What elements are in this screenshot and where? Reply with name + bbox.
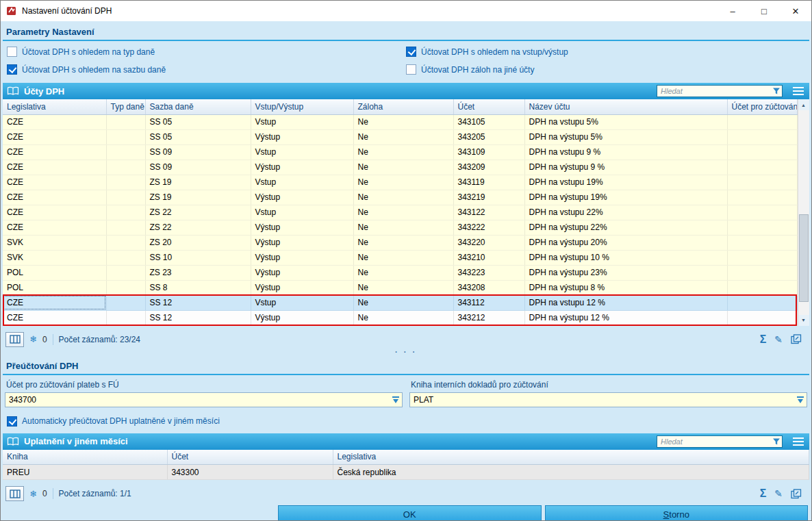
edit-icon[interactable]: ✎ [774,488,783,499]
table-cell[interactable] [106,220,145,235]
table-cell[interactable]: CZE [3,175,106,190]
table-cell[interactable]: Ne [353,265,453,280]
dropdown-icon[interactable] [391,395,401,407]
table-cell[interactable]: Ne [353,175,453,190]
table-cell[interactable]: SS 12 [145,310,251,325]
table-cell[interactable] [727,220,797,235]
checkbox-icon[interactable] [7,64,17,75]
table-cell[interactable]: 343212 [453,310,524,325]
table-cell[interactable]: Výstup [251,235,353,250]
table-cell[interactable]: Ne [353,160,453,175]
checkbox-sazba-dane[interactable]: Účtovat DPH s ohledem na sazbu daně [7,64,406,75]
scroll-up-icon[interactable]: ▲ [798,99,809,110]
table-cell[interactable]: DPH na výstupu 12 % [524,310,727,325]
table-cell[interactable]: Vstup [251,144,353,160]
table-row[interactable]: PREU343300Česká republika [3,465,809,480]
column-header[interactable]: Záloha [353,99,453,114]
table-cell[interactable]: ZS 20 [145,235,251,250]
table-row[interactable]: CZESS 05VýstupNe343205DPH na výstupu 5% [3,129,797,144]
table-cell[interactable]: Výstup [251,190,353,205]
checkbox-auto-repost[interactable]: Automaticky přeúčtovat DPH uplatněné v j… [7,416,805,427]
grid-menu-icon[interactable] [789,435,807,448]
table-cell[interactable]: Ne [353,310,453,325]
table-row[interactable]: POLZS 23VýstupNe343223DPH na výstupu 23% [3,265,797,280]
sum-icon[interactable]: Σ [760,333,767,346]
table-cell[interactable] [106,129,145,144]
minimize-button[interactable]: – [717,1,748,21]
freeze-icon[interactable]: ❄ [29,334,37,344]
checkbox-typ-dane[interactable]: Účtovat DPH s ohledem na typ daně [7,47,406,57]
checkbox-icon[interactable] [7,47,17,57]
table-cell[interactable]: Ne [353,144,453,160]
table-cell[interactable]: CZE [3,190,106,205]
table-cell[interactable]: DPH na vstupu 9 % [524,144,727,160]
table-cell[interactable] [727,205,797,220]
table-cell[interactable]: 343223 [453,265,524,280]
table-cell[interactable]: SS 09 [145,144,251,160]
table-cell[interactable]: Vstup [251,175,353,190]
table-cell[interactable] [106,175,145,190]
checkbox-icon[interactable] [7,416,17,427]
internal-docs-book-input[interactable] [409,392,807,407]
table-cell[interactable] [106,235,145,250]
table-cell[interactable]: Ne [353,295,453,310]
table-cell[interactable]: 343222 [453,220,524,235]
fu-settlement-account-input[interactable] [5,392,403,407]
filter-funnel-icon[interactable] [772,437,781,448]
table-cell[interactable]: Ne [353,205,453,220]
table-cell[interactable]: DPH na výstupu 8 % [524,280,727,295]
table-row[interactable]: CZEZS 19VýstupNe343219DPH na výstupu 19% [3,190,797,205]
search-input[interactable] [657,435,783,448]
table-cell[interactable] [727,160,797,175]
table-cell[interactable] [727,235,797,250]
table-cell[interactable]: DPH na výstupu 10 % [524,250,727,265]
search-input[interactable] [657,85,783,97]
table-cell[interactable]: Ne [353,220,453,235]
edit-icon[interactable]: ✎ [774,334,783,345]
table-cell[interactable] [727,265,797,280]
table-cell[interactable]: SS 09 [145,160,251,175]
table-cell[interactable]: DPH na výstupu 22% [524,220,727,235]
copy-edit-icon[interactable] [791,334,802,344]
maximize-button[interactable]: □ [748,1,780,21]
table-cell[interactable]: Výstup [251,265,353,280]
table-cell[interactable]: DPH na výstupu 20% [524,235,727,250]
column-header[interactable]: Legislativa [3,99,106,114]
table-cell[interactable] [106,265,145,280]
table-cell[interactable] [727,129,797,144]
table-cell[interactable] [727,295,797,310]
table-cell[interactable]: ZS 19 [145,190,251,205]
column-header[interactable]: Typ daně [106,99,145,114]
freeze-icon[interactable]: ❄ [29,489,37,499]
close-button[interactable]: ✕ [780,1,811,21]
checkbox-icon[interactable] [406,47,416,57]
table-cell[interactable]: 343208 [453,280,524,295]
table-cell[interactable] [727,144,797,160]
ok-button[interactable]: OK [278,505,542,521]
table-cell[interactable] [106,295,145,310]
column-header[interactable]: Kniha [3,450,167,465]
table-cell[interactable]: Ne [353,114,453,129]
table-cell[interactable]: PREU [3,465,167,480]
table-cell[interactable]: Vstup [251,205,353,220]
table-row[interactable]: CZEZS 22VýstupNe343222DPH na výstupu 22% [3,220,797,235]
table-cell[interactable]: ZS 22 [145,205,251,220]
table-cell[interactable]: 343109 [453,144,524,160]
checkbox-vstup-vystup[interactable]: Účtovat DPH s ohledem na vstup/výstup [406,47,805,57]
table-cell[interactable]: POL [3,280,106,295]
table-cell[interactable] [727,310,797,325]
table-cell[interactable]: 343219 [453,190,524,205]
copy-edit-icon[interactable] [791,489,802,499]
table-cell[interactable] [106,310,145,325]
table-row[interactable]: CZESS 05VstupNe343105DPH na vstupu 5% [3,114,797,129]
table-cell[interactable]: CZE [3,129,106,144]
table-cell[interactable] [106,144,145,160]
table-cell[interactable]: DPH na výstupu 9 % [524,160,727,175]
table-cell[interactable]: 343122 [453,205,524,220]
scroll-down-icon[interactable]: ▼ [798,315,809,326]
table-cell[interactable]: Výstup [251,310,353,325]
table-cell[interactable]: Ne [353,235,453,250]
table-cell[interactable] [727,175,797,190]
table-cell[interactable]: 343209 [453,160,524,175]
table-cell[interactable]: SS 05 [145,114,251,129]
